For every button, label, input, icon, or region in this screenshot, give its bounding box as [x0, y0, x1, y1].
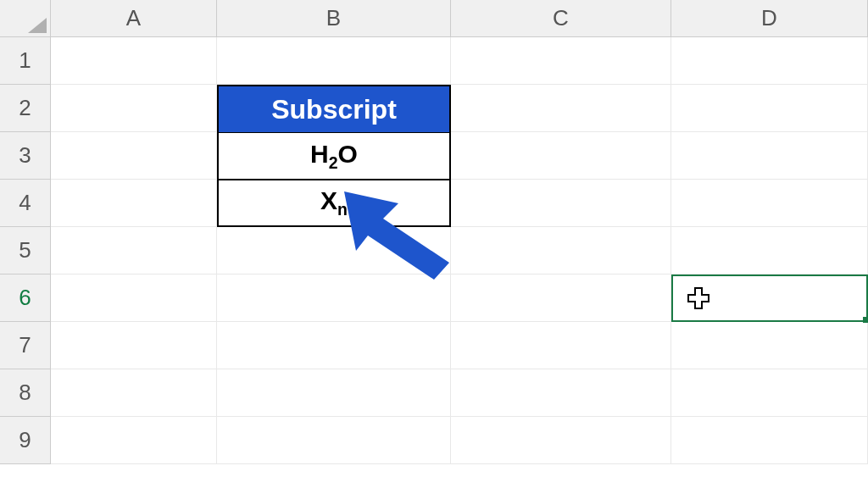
column-header-B[interactable]: B — [217, 0, 451, 37]
row-header-4[interactable]: 4 — [0, 180, 51, 227]
row-headers: 123456789 — [0, 37, 51, 464]
cell[interactable] — [217, 227, 451, 274]
cell[interactable] — [51, 417, 217, 464]
cell[interactable] — [671, 274, 868, 322]
cell[interactable] — [217, 417, 451, 464]
column-header-A[interactable]: A — [51, 0, 217, 37]
cell[interactable] — [51, 322, 217, 369]
cell[interactable] — [451, 37, 671, 85]
cell[interactable] — [51, 369, 217, 417]
cell[interactable] — [217, 322, 451, 369]
cell[interactable] — [451, 132, 671, 180]
cell[interactable] — [51, 132, 217, 180]
cell[interactable] — [51, 227, 217, 274]
table-header-cell[interactable]: Subscript — [217, 85, 451, 132]
formula-text: H2O — [310, 140, 358, 173]
cell[interactable] — [671, 132, 868, 180]
cell[interactable] — [671, 180, 868, 227]
column-header-C[interactable]: C — [451, 0, 671, 37]
row-header-3[interactable]: 3 — [0, 132, 51, 180]
cell[interactable] — [217, 274, 451, 322]
cell[interactable] — [671, 227, 868, 274]
row-header-9[interactable]: 9 — [0, 417, 51, 464]
cell[interactable] — [217, 37, 451, 85]
cell[interactable] — [671, 369, 868, 417]
row-header-8[interactable]: 8 — [0, 369, 51, 417]
cell[interactable] — [451, 369, 671, 417]
cell[interactable] — [451, 274, 671, 322]
cell[interactable] — [51, 274, 217, 322]
cell[interactable] — [51, 85, 217, 132]
row-header-2[interactable]: 2 — [0, 85, 51, 132]
cell[interactable] — [451, 85, 671, 132]
cells-area[interactable] — [51, 37, 868, 464]
cell[interactable] — [671, 85, 868, 132]
cell[interactable] — [671, 417, 868, 464]
cell[interactable] — [451, 180, 671, 227]
spreadsheet-grid: ABCD 123456789 Subscript H2O Xn — [0, 0, 868, 488]
cell[interactable] — [51, 180, 217, 227]
select-all-triangle-icon — [28, 18, 47, 33]
table-header-label: Subscript — [271, 94, 397, 125]
column-header-D[interactable]: D — [671, 0, 868, 37]
cell[interactable] — [671, 37, 868, 85]
formula-text: Xn — [320, 186, 348, 219]
row-header-1[interactable]: 1 — [0, 37, 51, 85]
select-all-corner[interactable] — [0, 0, 51, 37]
table-row[interactable]: Xn — [217, 180, 451, 227]
cell[interactable] — [451, 227, 671, 274]
subscript-table: Subscript H2O Xn — [217, 85, 451, 227]
cell[interactable] — [217, 369, 451, 417]
row-header-7[interactable]: 7 — [0, 322, 51, 369]
cell[interactable] — [451, 417, 671, 464]
row-header-5[interactable]: 5 — [0, 227, 51, 274]
cell[interactable] — [671, 322, 868, 369]
row-header-6[interactable]: 6 — [0, 274, 51, 322]
column-headers: ABCD — [51, 0, 868, 37]
cell[interactable] — [451, 322, 671, 369]
cell[interactable] — [51, 37, 217, 85]
table-row[interactable]: H2O — [217, 132, 451, 180]
